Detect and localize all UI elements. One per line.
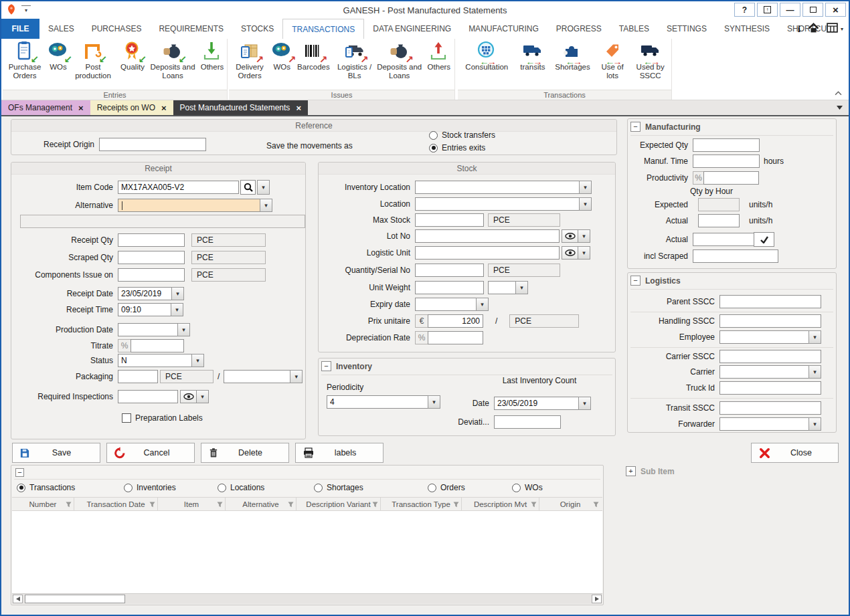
max-stock-input[interactable] bbox=[415, 213, 484, 227]
tab-receipts-on-wo[interactable]: Receipts on WO bbox=[90, 100, 173, 115]
manuf-time-input[interactable] bbox=[693, 155, 760, 168]
truck-id-input[interactable] bbox=[719, 381, 821, 395]
column-transaction-date[interactable]: Transaction Date bbox=[74, 498, 158, 510]
close-tab-icon[interactable] bbox=[78, 104, 84, 112]
stock-transfers-radio[interactable] bbox=[429, 131, 438, 140]
actual-qty-input[interactable] bbox=[693, 233, 754, 246]
logistic-unit-input[interactable] bbox=[415, 246, 560, 260]
components-issue-input[interactable] bbox=[118, 268, 185, 282]
column-description-mvt[interactable]: Description Mvt bbox=[462, 498, 539, 510]
column-item[interactable]: Item bbox=[158, 498, 226, 510]
menu-settings[interactable]: SETTINGS bbox=[658, 19, 715, 39]
ribbon-consultation[interactable]: ←→ Consultation bbox=[458, 41, 515, 72]
info-icon[interactable]: i bbox=[798, 23, 800, 35]
status-input[interactable] bbox=[118, 354, 192, 367]
menu-purchases[interactable]: PURCHASES bbox=[83, 19, 151, 39]
quantity-serial-input[interactable] bbox=[415, 264, 484, 277]
menu-file[interactable]: FILE bbox=[1, 19, 39, 39]
receipt-time-input[interactable] bbox=[118, 303, 171, 316]
inventory-location-dropdown-button[interactable] bbox=[579, 181, 592, 194]
depreciation-rate-input[interactable] bbox=[428, 331, 483, 344]
required-inspections-view-button[interactable] bbox=[180, 390, 197, 403]
status-dropdown-button[interactable] bbox=[191, 354, 204, 367]
deviation-input[interactable] bbox=[494, 415, 561, 429]
close-tab-icon[interactable] bbox=[161, 104, 167, 112]
menu-stocks[interactable]: STOCKS bbox=[232, 19, 282, 39]
menu-sales[interactable]: SALES bbox=[39, 19, 83, 39]
shortages-radio[interactable] bbox=[314, 484, 323, 492]
column-number[interactable]: Number bbox=[12, 498, 74, 510]
production-date-input[interactable] bbox=[118, 323, 178, 336]
menu-synthesis[interactable]: SYNTHESIS bbox=[715, 19, 778, 39]
carrier-input[interactable] bbox=[719, 365, 809, 379]
grid-icon[interactable] bbox=[827, 23, 838, 35]
maximize-button[interactable] bbox=[802, 3, 823, 17]
employee-input[interactable] bbox=[719, 330, 809, 344]
required-inspections-dropdown-button[interactable] bbox=[196, 390, 209, 403]
ribbon-deposits-loans-out[interactable]: ↗ Deposits and Loans bbox=[375, 41, 424, 80]
sub-item-expander[interactable]: Sub Item bbox=[626, 466, 675, 476]
collapse-ribbon-button[interactable]: ↑ bbox=[757, 3, 778, 17]
filter-shortages[interactable]: Shortages bbox=[314, 482, 363, 493]
alternative-dropdown-button[interactable] bbox=[260, 199, 272, 212]
column-origin[interactable]: Origin bbox=[539, 498, 601, 510]
item-code-search-button[interactable] bbox=[240, 180, 256, 195]
receipt-time-dropdown-button[interactable] bbox=[171, 303, 183, 316]
handling-sscc-input[interactable] bbox=[719, 314, 821, 328]
ribbon-purchase-orders[interactable]: ↙ Purchase Orders bbox=[3, 41, 47, 80]
collapse-inventory-button[interactable] bbox=[321, 361, 331, 371]
ribbon-deposits-loans-in[interactable]: ↙ Deposits and Loans bbox=[149, 41, 197, 80]
unit-weight-dropdown-button[interactable] bbox=[515, 281, 528, 294]
close-button[interactable]: Close bbox=[751, 443, 839, 463]
ribbon-wos-out[interactable]: ↗ WOs bbox=[270, 41, 293, 72]
logistic-unit-view-button[interactable] bbox=[562, 246, 578, 260]
scraped-qty-input[interactable] bbox=[118, 251, 185, 264]
ribbon-post-production[interactable]: ↙ Post production bbox=[70, 41, 116, 80]
tab-ofs-management[interactable]: OFs Management bbox=[1, 100, 90, 115]
carrier-sscc-input[interactable] bbox=[719, 350, 821, 363]
menu-manufacturing[interactable]: MANUFACTURING bbox=[460, 19, 547, 39]
scroll-left-button[interactable] bbox=[13, 595, 23, 603]
ribbon-delivery-orders[interactable]: ↗ Delivery Orders bbox=[229, 41, 270, 80]
transit-sscc-input[interactable] bbox=[719, 401, 821, 415]
periodicity-input[interactable] bbox=[327, 395, 428, 409]
lot-no-dropdown-button[interactable] bbox=[578, 229, 590, 243]
ribbon-others-out[interactable]: Others bbox=[424, 41, 454, 72]
ribbon-wos-in[interactable]: ↙ WOs bbox=[47, 41, 70, 72]
item-code-dropdown-button[interactable] bbox=[257, 180, 270, 195]
filter-transactions[interactable]: Transactions bbox=[17, 482, 75, 493]
inventory-date-input[interactable] bbox=[494, 397, 579, 410]
validate-button[interactable] bbox=[754, 232, 774, 247]
inventories-radio[interactable] bbox=[124, 484, 133, 492]
ribbon-logistics-bls[interactable]: ↗ Logistics / BLs bbox=[334, 41, 375, 80]
preparation-labels-checkbox[interactable] bbox=[122, 413, 131, 423]
filter-wos[interactable]: WOs bbox=[512, 482, 543, 493]
prix-unitaire-input[interactable] bbox=[428, 314, 483, 328]
ribbon-barcodes[interactable]: ↗ Barcodes bbox=[293, 41, 333, 72]
ribbon-shortages[interactable]: ←→ Shortages bbox=[550, 41, 594, 72]
incl-scraped-input[interactable] bbox=[693, 249, 778, 263]
ribbon-transits[interactable]: ←→ transits bbox=[517, 41, 549, 72]
menu-tables[interactable]: TABLES bbox=[610, 19, 658, 39]
lot-no-view-button[interactable] bbox=[562, 229, 578, 243]
inventory-location-input[interactable] bbox=[415, 181, 580, 194]
receipt-date-dropdown-button[interactable] bbox=[171, 287, 184, 300]
packaging-alt-input[interactable] bbox=[224, 370, 290, 383]
minimize-button[interactable]: — bbox=[780, 3, 800, 17]
packaging-dropdown-button[interactable] bbox=[290, 370, 303, 383]
home-icon[interactable] bbox=[808, 23, 819, 35]
receipt-origin-input[interactable] bbox=[99, 138, 206, 151]
cancel-button[interactable]: Cancel bbox=[106, 443, 195, 463]
tab-list-caret-icon[interactable] bbox=[837, 100, 849, 115]
menu-requirements[interactable]: REQUIREMENTS bbox=[150, 19, 232, 39]
unit-weight-input[interactable] bbox=[415, 281, 484, 294]
collapse-manufacturing-button[interactable] bbox=[630, 122, 641, 132]
production-date-dropdown-button[interactable] bbox=[177, 323, 190, 336]
item-code-input[interactable] bbox=[118, 181, 239, 194]
periodicity-dropdown-button[interactable] bbox=[428, 395, 440, 409]
expand-sub-item-button[interactable] bbox=[626, 466, 636, 476]
lot-no-input[interactable] bbox=[415, 229, 560, 243]
menu-progress[interactable]: PROGRESS bbox=[547, 19, 610, 39]
expiry-date-input[interactable] bbox=[415, 298, 477, 311]
orders-radio[interactable] bbox=[428, 484, 436, 492]
